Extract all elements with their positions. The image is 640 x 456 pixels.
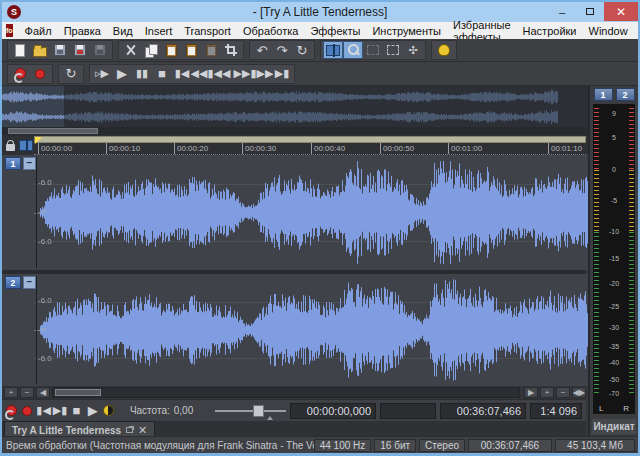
status-sample-rate[interactable]: 44 100 Hz <box>314 439 372 452</box>
zoom-ratio-display[interactable]: 1:4 096 <box>530 403 582 419</box>
save-as-button[interactable] <box>70 41 90 59</box>
status-bit-depth[interactable]: 16 бит <box>374 439 416 452</box>
meter-channel-2-button[interactable]: 2 <box>616 88 635 101</box>
channel-2-minimize-button[interactable]: − <box>23 276 36 289</box>
meter-channel-1-button[interactable]: 1 <box>594 88 613 101</box>
level-meter[interactable]: 9 5 0 -5 -10 -15 -20 -25 -30 -35 -40 -50… <box>593 104 635 414</box>
menu-insert[interactable]: Insert <box>139 23 179 39</box>
channel-1-minimize-button[interactable]: − <box>23 157 36 170</box>
scroll-right-button[interactable]: ▶ <box>524 387 538 398</box>
redo-button[interactable]: ↷ <box>272 41 292 59</box>
open-file-button[interactable] <box>30 41 50 59</box>
loop-region-bar[interactable] <box>34 136 586 143</box>
menu-view[interactable]: Вид <box>107 23 139 39</box>
undo-icon: ↶ <box>257 44 268 57</box>
copy-button[interactable] <box>141 41 161 59</box>
close-button[interactable]: ✕ <box>604 2 638 21</box>
menu-help[interactable]: Help <box>634 23 640 39</box>
waveform-channel-2[interactable] <box>34 274 588 386</box>
ruler-label: 00:01:10 <box>548 143 582 154</box>
menu-options[interactable]: Настройки <box>517 23 583 39</box>
play-all-button[interactable]: ▹▶ <box>92 65 112 83</box>
menu-window[interactable]: Window <box>583 23 634 39</box>
tab-close-icon[interactable]: ✕ <box>138 425 147 436</box>
cursor-position-display[interactable]: 00:00:00,000 <box>290 403 376 419</box>
minimize-button[interactable]: – <box>548 2 576 21</box>
forward-button[interactable]: ▶▶ <box>232 65 252 83</box>
channel-1-button[interactable]: 1 <box>5 157 21 170</box>
app-window: S - [Try A Little Tenderness] – ✕ fo Фай… <box>0 0 640 456</box>
rewind-all-button[interactable]: ◀◀▮ <box>192 65 212 83</box>
go-to-start-button[interactable]: ▮◀ <box>172 65 192 83</box>
go-to-end-button[interactable]: ▶▮ <box>272 65 292 83</box>
playbar-go-to-start-button[interactable]: ▮◀ <box>36 403 51 419</box>
menu-tools[interactable]: Инструменты <box>366 23 447 39</box>
magnify-tool-button[interactable] <box>343 41 363 59</box>
record-button[interactable] <box>30 65 50 83</box>
lock-icon[interactable] <box>6 144 15 151</box>
loop-playback-button[interactable]: ↻ <box>61 65 81 83</box>
trim-crop-button[interactable] <box>221 41 241 59</box>
menu-edit[interactable]: Правка <box>58 23 107 39</box>
scroll-thumb[interactable] <box>55 389 101 396</box>
scroll-left-button[interactable]: ◀ <box>36 387 50 398</box>
rewind-all-icon: ◀◀▮ <box>191 68 214 79</box>
overview-bar[interactable] <box>2 86 588 127</box>
playbar-go-to-end-button[interactable]: ▶▮ <box>53 403 68 419</box>
menu-file[interactable]: Файл <box>19 23 58 39</box>
undo-button[interactable]: ↶ <box>252 41 272 59</box>
waveform-channel-1[interactable] <box>34 155 588 270</box>
frequency-slider[interactable] <box>215 404 286 418</box>
paste-special-button[interactable] <box>181 41 201 59</box>
selection-tool-button[interactable] <box>383 41 403 59</box>
save-all-button[interactable] <box>90 41 110 59</box>
navigation-tool-button[interactable]: ✣ <box>403 41 423 59</box>
overview-scrollbar[interactable] <box>2 127 588 135</box>
overview-waveform[interactable] <box>2 86 558 127</box>
channel-2-button[interactable]: 2 <box>5 276 21 289</box>
length-display[interactable]: 00:36:07,466 <box>440 403 526 419</box>
zoom-in-button[interactable]: + <box>4 387 18 398</box>
zoom-out-time-button[interactable]: − <box>556 387 570 398</box>
paste-button[interactable] <box>161 41 181 59</box>
zoom-out-button[interactable]: − <box>20 387 34 398</box>
record-remote-button[interactable] <box>10 65 30 83</box>
maximize-button[interactable] <box>576 2 604 21</box>
status-length[interactable]: 00:36:07,466 <box>468 439 552 452</box>
horizontal-scrollbar[interactable]: + − ◀ ▶ + − ◀▶ <box>2 386 586 399</box>
playbar-record-button[interactable] <box>20 403 34 419</box>
paste-mix-button[interactable] <box>201 41 221 59</box>
new-file-button[interactable] <box>10 41 30 59</box>
slider-track[interactable] <box>215 410 286 412</box>
cursor-tool-icon[interactable] <box>19 140 33 151</box>
time-ruler[interactable]: 00:00:00 00:00:10 00:00:20 00:00:30 00:0… <box>34 143 586 155</box>
zoom-in-time-button[interactable]: + <box>540 387 554 398</box>
pause-button[interactable]: ▮▮ <box>132 65 152 83</box>
selection-display[interactable] <box>380 403 436 419</box>
status-channel-mode[interactable]: Стерео <box>419 439 465 452</box>
tab-restore-icon[interactable] <box>126 427 133 433</box>
document-icon[interactable]: fo <box>6 24 13 37</box>
edit-tool-button[interactable] <box>323 41 343 59</box>
menu-process[interactable]: Обработка <box>237 23 304 39</box>
rewind-button[interactable]: ◀◀ <box>212 65 232 83</box>
scroll-track[interactable] <box>52 387 520 398</box>
slider-thumb[interactable] <box>253 405 264 417</box>
whats-this-help-button[interactable] <box>434 41 454 59</box>
zoom-selection-button[interactable]: ◀▶ <box>572 387 586 398</box>
play-button[interactable]: ▶ <box>112 65 132 83</box>
stop-button[interactable]: ■ <box>152 65 172 83</box>
playbar-record-remote-button[interactable] <box>4 403 18 419</box>
playbar-play-button[interactable]: ▶ <box>86 403 100 419</box>
playbar-stop-button[interactable]: ■ <box>69 403 83 419</box>
event-tool-button[interactable] <box>363 41 383 59</box>
meter-panel-tab[interactable]: Индикат <box>592 419 636 434</box>
cut-button[interactable] <box>121 41 141 59</box>
forward-all-button[interactable]: ▮▶▶ <box>252 65 272 83</box>
menu-effects[interactable]: Эффекты <box>304 23 366 39</box>
save-button[interactable] <box>50 41 70 59</box>
repeat-button[interactable]: ↻ <box>292 41 312 59</box>
overview-scroll-thumb[interactable] <box>8 128 98 134</box>
menu-transport[interactable]: Transport <box>178 23 237 39</box>
playbar-loop-toggle[interactable] <box>102 403 116 419</box>
